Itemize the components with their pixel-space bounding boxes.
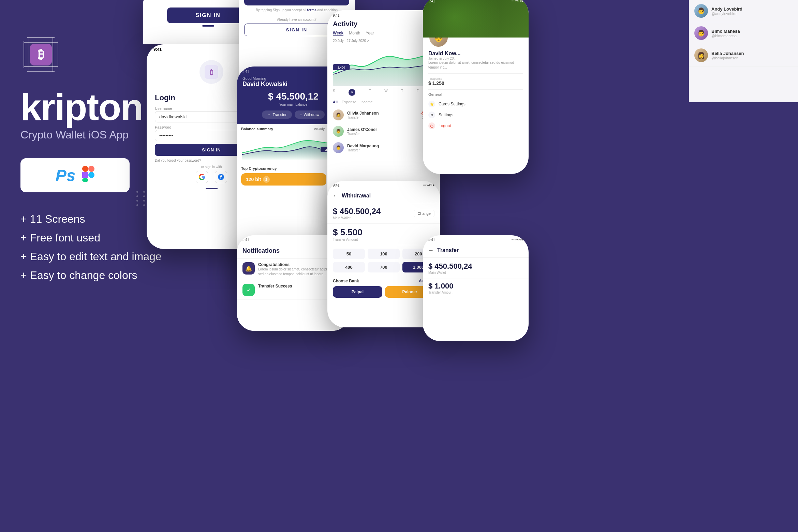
crypto-pill-bitcoin[interactable]: 120 bit ₿ (241, 173, 326, 186)
user-info-1: Andy Lovebird @andylovebird (711, 6, 742, 16)
transfer-amount-value: $ 5.500 (333, 227, 434, 238)
choose-bank-header: Choose Bank Add new (333, 279, 434, 283)
transfer-header: ← Transfer (423, 243, 529, 258)
transfer-right-wallet: $ 450.500,24 (428, 262, 523, 271)
filter-all[interactable]: All (333, 100, 338, 104)
cards-settings-item[interactable]: ⭐ Cards Settings (428, 99, 523, 109)
withdrawal-main-wallet: $ 450.500,24 (333, 207, 381, 216)
withdrawal-wallet-label: Main Wallet (333, 216, 381, 220)
bitcoin-icon: ₿ (263, 176, 270, 183)
chip-700[interactable]: 700 (368, 262, 400, 272)
profile-name: David Kow... (428, 50, 523, 57)
profile-joined: Joined in July 20... (428, 57, 523, 60)
transfer-button[interactable]: ↔ Transfer (262, 110, 292, 119)
chip-50[interactable]: 50 (333, 249, 365, 259)
user-handle-2: @bimomahesa (711, 34, 740, 38)
transfer-icon: ↔ (267, 113, 271, 117)
day-t2[interactable]: T (401, 89, 403, 96)
crypto-value: 120 bit (246, 177, 261, 182)
user-name-3: Bella Johansen (711, 51, 744, 56)
chip-400[interactable]: 400 (333, 262, 365, 272)
trans-info-1: Olivia Johanson Transfer (347, 111, 417, 119)
trans-name-1: Olivia Johanson (347, 111, 417, 116)
cards-icon: ⭐ (428, 101, 435, 107)
svg-rect-11 (88, 166, 94, 172)
withdrawal-header: ← Withdrawal (327, 189, 440, 203)
user-list-panel: 👨 Andy Lovebird @andylovebird 👨 Bimo Mah… (689, 0, 798, 102)
withdrawal-time: 9:41 (333, 183, 339, 187)
activity-tab-month[interactable]: Month (349, 31, 360, 36)
trans-avatar-2: 👨 (333, 126, 344, 137)
user-avatar-2: 👨 (694, 26, 708, 40)
transfer-back-arrow[interactable]: ← (428, 247, 434, 253)
trans-name-3: David Marpaung (347, 144, 419, 148)
activity-tabs: Week Month Year (333, 31, 434, 36)
user-avatar-3: 👩 (694, 48, 708, 62)
user-handle-1: @andylovebird (711, 12, 742, 16)
svg-rect-12 (82, 172, 88, 178)
user-item-3: 👩 Bella Johansen @bellajohansen (689, 44, 798, 66)
filter-income[interactable]: Income (360, 100, 373, 104)
expense-value: $ 1.250 (428, 80, 444, 86)
expense-label: Expense (428, 77, 444, 80)
user-name-2: Bimo Mahesa (711, 29, 740, 34)
feature-item-3: + Easy to edit text and image (20, 250, 211, 263)
transfer-amount-label: Transfer Amount (333, 238, 434, 241)
notif-title-1: Congratulations (258, 262, 290, 267)
bank-palpal-button[interactable]: Palpal (333, 286, 382, 298)
expense-stat: Expense $ 1.250 (428, 77, 444, 86)
top-crypto-label: Top Cryptocurrency (241, 166, 277, 171)
google-login-button[interactable] (196, 171, 208, 183)
profile-bg (423, 0, 529, 38)
activity-title-row: Activity 🔔 (333, 20, 434, 28)
activity-time: 9:41 (333, 14, 339, 17)
activity-tab-week[interactable]: Week (333, 31, 343, 36)
profile-content: 👨 David Kow... Joined in July 20... Lore… (423, 27, 529, 135)
activity-chart: 2,400 (333, 45, 434, 86)
signup-button[interactable]: SIGN UP (244, 0, 349, 5)
login-time: 9:41 (153, 47, 162, 52)
login-crypto-icon: ₿ (200, 60, 223, 84)
feature-item-4: + Easy to change colors (20, 269, 211, 282)
facebook-login-button[interactable] (215, 171, 227, 183)
figma-icon (82, 166, 94, 185)
user-item-1: 👨 Andy Lovebird @andylovebird (689, 0, 798, 22)
chip-100[interactable]: 100 (368, 249, 400, 259)
withdrawal-back-arrow[interactable]: ← (333, 193, 338, 199)
activity-tab-year[interactable]: Year (366, 31, 374, 36)
day-w[interactable]: W (384, 89, 387, 96)
user-name-1: Andy Lovebird (711, 6, 742, 12)
trans-info-2: James O'Coner Transfer (347, 127, 419, 136)
phone-transfer-right: 9:41 ▪▪▪ WiFi ■ ← Transfer $ 450.500,24 … (423, 235, 529, 341)
filter-expense[interactable]: Expense (342, 100, 356, 104)
tool-badge-ps-figma: Ps (20, 158, 130, 192)
trans-type-2: Transfer (347, 132, 419, 136)
dashboard-time: 9:41 (242, 70, 249, 74)
svg-text:2,400: 2,400 (338, 66, 345, 69)
get-started-button[interactable]: SIGN IN (167, 8, 249, 23)
transfer-right-amount-area: $ 450.500,24 Main Wallet (423, 258, 529, 279)
phone-indicator (202, 25, 214, 27)
transfer-right-time: 9:41 (428, 238, 435, 242)
svg-rect-10 (82, 166, 88, 172)
user-avatar-1: 👨 (694, 4, 708, 18)
change-wallet-button[interactable]: Change (414, 210, 434, 217)
trans-type-3: Transfer (347, 148, 419, 152)
dashboard-greeting: Good Morning (242, 76, 287, 80)
svg-rect-14 (82, 178, 88, 182)
trans-info-3: David Marpaung Transfer (347, 144, 419, 152)
withdraw-button[interactable]: ↑ Withdraw (295, 110, 325, 119)
settings-item[interactable]: ⚙ Settings (428, 109, 523, 120)
day-m-active[interactable]: M (349, 89, 355, 96)
withdrawal-title: Withdrawal (342, 193, 371, 199)
day-s[interactable]: S (333, 89, 335, 96)
notif-time: 9:41 (242, 238, 249, 242)
day-t[interactable]: T (369, 89, 371, 96)
day-f[interactable]: F (417, 89, 419, 96)
logout-item[interactable]: ⏻ Logout (428, 120, 523, 131)
phone-profile: 9:41 ▪▪▪ WiFi ■ 👨 David Kow... Joined in… (423, 0, 529, 174)
settings-icon: ⚙ (428, 112, 435, 118)
profile-desc: Lorem ipsum dolor sit amet, consectetur … (428, 60, 523, 70)
profile-time: 9:41 (428, 0, 435, 3)
trans-avatar-3: 👨 (333, 142, 344, 153)
